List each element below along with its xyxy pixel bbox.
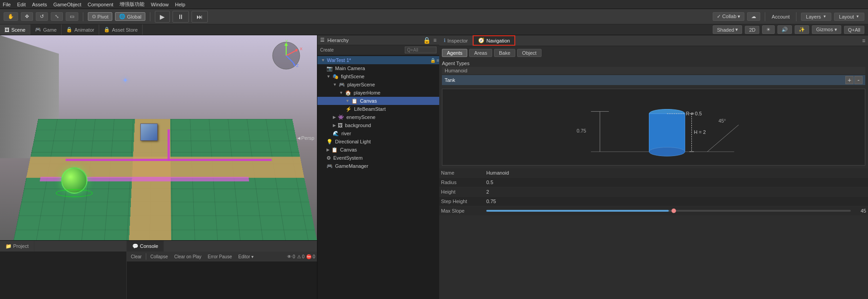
menu-bar: File Edit Assets GameObject Component 增强… [0, 0, 868, 9]
hierarchy-item-label: enemyScene [346, 114, 375, 120]
list-item[interactable]: ⚡ LifeBeamStart [317, 105, 439, 113]
scene-search-btn[interactable]: Q+All [844, 26, 864, 34]
project-content [0, 252, 126, 299]
tab-animator[interactable]: 🔒 Animator [62, 24, 99, 35]
height-value[interactable]: 2 [486, 189, 866, 195]
tab-inspector[interactable]: ℹ Inspector [439, 35, 473, 46]
canvas2-icon: 📋 [331, 147, 338, 153]
list-item[interactable]: ▼ WarTest 1* 🔒 ≡ [317, 56, 439, 64]
editor-dropdown-button[interactable]: Editor ▾ [236, 254, 256, 260]
nav-gizmo: Y X Z [269, 39, 303, 74]
menu-window[interactable]: Window [151, 2, 168, 7]
separator-1 [83, 12, 83, 21]
list-item[interactable]: 🎮 GameManager [317, 162, 439, 170]
list-item[interactable]: 🌊 river [317, 129, 439, 138]
list-item[interactable]: ▼ 📋 Canvas [317, 97, 439, 105]
menu-enhanced[interactable]: 增强版功能 [120, 1, 144, 8]
menu-gameobject[interactable]: GameObject [53, 2, 82, 7]
tab-scene[interactable]: 🖼 Scene [0, 24, 30, 35]
console-content [127, 261, 317, 299]
twod-btn[interactable]: 2D [745, 26, 759, 34]
twod-label: 2D [749, 27, 755, 33]
layout-dropdown[interactable]: Layout [834, 13, 864, 21]
tab-asset-store[interactable]: 🔒 Asset Store [99, 24, 143, 35]
lighting-btn[interactable]: ☀ [762, 25, 775, 34]
step-height-value[interactable]: 0.75 [486, 199, 866, 204]
subtab-bake[interactable]: Bake [494, 49, 515, 57]
global-btn[interactable]: 🌐 Global [115, 12, 145, 21]
hierarchy-menu-btn[interactable]: ≡ [433, 37, 436, 43]
svg-text:Z: Z [296, 63, 299, 68]
error-pause-button[interactable]: Error Pause [206, 254, 234, 260]
shaded-dropdown[interactable]: Shaded ▾ [713, 25, 742, 34]
menu-edit[interactable]: Edit [17, 2, 26, 7]
pivot-icon: ⊙ [92, 14, 96, 19]
subtab-areas[interactable]: Areas [469, 49, 492, 57]
list-item[interactable]: ⚙ EventSystem [317, 154, 439, 162]
clear-button[interactable]: Clear [129, 254, 144, 260]
step-button[interactable]: ⏭ [192, 11, 208, 23]
subtab-agents[interactable]: Agents [442, 49, 467, 57]
scene-column: ✦ ◄Persp Y X [0, 35, 317, 299]
hand-tool-btn[interactable]: ✋ [4, 12, 18, 21]
agent-humanoid-row[interactable]: Humanoid [442, 67, 865, 74]
scene-canvas[interactable]: ✦ ◄Persp Y X [0, 35, 317, 240]
radius-value[interactable]: 0.5 [486, 180, 866, 185]
hierarchy-search[interactable] [405, 47, 436, 53]
audio-btn[interactable]: 🔊 [777, 25, 792, 34]
item-lock-btn[interactable]: 🔒 [430, 58, 436, 63]
all-label: Q+All [848, 27, 860, 33]
list-item[interactable]: 💡 Directional Light [317, 138, 439, 146]
list-item[interactable]: ▶ 📋 Canvas [317, 146, 439, 154]
menu-assets[interactable]: Assets [32, 2, 47, 7]
remove-agent-btn[interactable]: - [854, 76, 863, 84]
rotate-tool-btn[interactable]: ↺ [36, 12, 48, 21]
agent-tank-row[interactable]: Tank + - [442, 75, 865, 85]
gizmos-dropdown[interactable]: Gizmos ▾ [812, 25, 841, 34]
list-item[interactable]: ▼ 🎮 playerScene [317, 81, 439, 89]
scale-tool-btn[interactable]: ⤡ [51, 12, 63, 21]
eye-icon: 👁 [287, 254, 292, 259]
menu-help[interactable]: Help [175, 2, 185, 7]
tab-game[interactable]: 🎮 Game [30, 24, 62, 35]
list-item[interactable]: ▼ 🏠 playerHome [317, 89, 439, 97]
tab-project[interactable]: 📁 Project [0, 241, 34, 252]
list-item[interactable]: 📷 Main Camera [317, 64, 439, 72]
warning-count-display: ⚠ 0 [297, 254, 305, 259]
collab-button[interactable]: ✓ Collab ▾ [713, 12, 744, 21]
list-item[interactable]: ▶ 🖼 background [317, 121, 439, 129]
menu-file[interactable]: File [3, 2, 11, 7]
max-slope-value: 45 [853, 208, 866, 214]
add-agent-btn[interactable]: + [845, 76, 854, 84]
right-panel: ℹ Inspector 🧭 Navigation ≡ Agents Areas … [439, 35, 868, 299]
max-slope-slider[interactable]: 45 [486, 208, 866, 214]
gamemanager-icon: 🎮 [326, 163, 333, 169]
console-icon: 💬 [132, 243, 139, 249]
name-value[interactable]: Humanoid [486, 170, 866, 176]
subtab-object[interactable]: Object [517, 49, 542, 57]
account-label[interactable]: Account [770, 14, 791, 19]
right-panel-menu-btn[interactable]: ≡ [859, 38, 868, 44]
info-count-display: 👁 0 [287, 254, 295, 259]
tab-console[interactable]: 💬 Console [127, 241, 164, 252]
main-layout: ✦ ◄Persp Y X [0, 35, 868, 299]
pivot-btn[interactable]: ⊙ Pivot [88, 12, 112, 21]
hierarchy-lock-btn[interactable]: 🔒 [423, 37, 431, 44]
collapse-button[interactable]: Collapse [148, 254, 170, 260]
create-button[interactable]: Create [320, 47, 334, 52]
list-item[interactable]: ▶ 👾 enemyScene [317, 113, 439, 121]
tab-navigation[interactable]: 🧭 Navigation [473, 35, 515, 46]
cloud-button[interactable]: ☁ [747, 12, 760, 21]
play-button[interactable]: ▶ [155, 11, 170, 23]
effects-btn[interactable]: ✨ [795, 25, 809, 34]
move-tool-btn[interactable]: ✥ [21, 12, 33, 21]
pause-button[interactable]: ⏸ [173, 11, 189, 23]
clear-on-play-button[interactable]: Clear on Play [172, 254, 204, 260]
hierarchy-header: ☰ Hierarchy 🔒 ≡ [317, 35, 439, 45]
list-item[interactable]: ▼ 🎭 fightScene [317, 72, 439, 81]
hierarchy-item-label: WarTest 1* [327, 57, 351, 63]
layers-dropdown[interactable]: Layers [801, 13, 831, 21]
rect-tool-btn[interactable]: ▭ [66, 12, 78, 21]
tabs-row: 🖼 Scene 🎮 Game 🔒 Animator 🔒 Asset Store … [0, 24, 868, 35]
menu-component[interactable]: Component [87, 2, 113, 7]
